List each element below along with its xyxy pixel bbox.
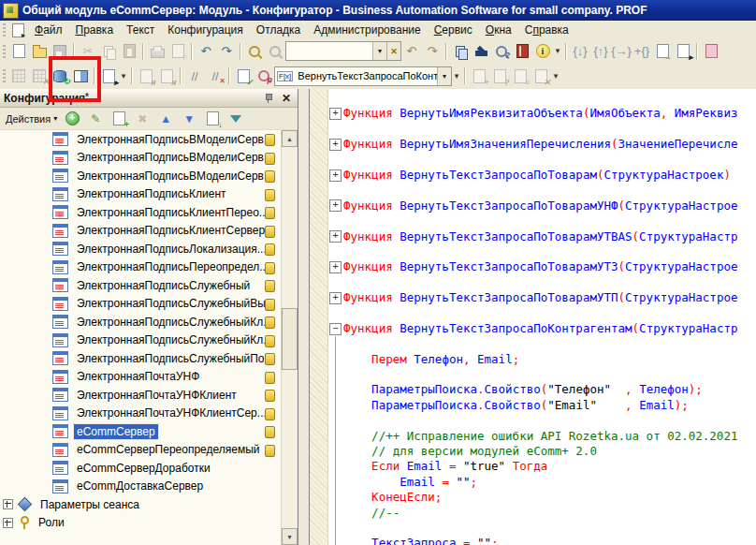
mdi-child-icon[interactable] bbox=[12, 23, 24, 37]
menu-item[interactable]: Файл bbox=[28, 22, 69, 38]
fold-collapse-icon[interactable]: − bbox=[329, 323, 342, 335]
fold-expand-icon[interactable]: + bbox=[329, 292, 342, 304]
find-icon[interactable] bbox=[265, 41, 285, 61]
tree-item[interactable]: eCommСерверДоработки bbox=[0, 459, 298, 478]
form-grid-icon[interactable] bbox=[8, 66, 29, 86]
new-document-icon[interactable] bbox=[8, 41, 29, 61]
text-template-icon[interactable] bbox=[136, 66, 156, 86]
move-down-icon[interactable]: ▼ bbox=[181, 109, 197, 128]
tree-item[interactable]: eCommСерверПереопределяемый bbox=[0, 441, 298, 460]
next-procedure-icon[interactable]: {↓} bbox=[570, 41, 590, 61]
fold-expand-icon[interactable]: + bbox=[329, 230, 342, 243]
close-table-icon[interactable] bbox=[29, 66, 50, 86]
tree-item[interactable]: ЭлектроннаяПодписьСлужебныйКл... bbox=[0, 313, 298, 331]
syntax-check-icon[interactable] bbox=[491, 41, 512, 61]
info-icon[interactable]: i bbox=[532, 41, 553, 61]
menu-item[interactable]: Окна bbox=[479, 22, 518, 38]
actions-menu-button[interactable]: Действия▾ bbox=[6, 113, 57, 125]
delete-icon[interactable]: ✖ bbox=[134, 109, 151, 128]
fold-expand-icon[interactable]: + bbox=[329, 108, 342, 120]
find-text-combo[interactable]: ▾✕ bbox=[285, 41, 401, 61]
global-search-icon[interactable] bbox=[244, 41, 265, 61]
pin-icon[interactable] bbox=[264, 94, 272, 103]
code-editor[interactable]: +Функция ВернутьИмяРеквизитаОбъекта(ИмяО… bbox=[309, 89, 756, 545]
delete-element-icon[interactable] bbox=[531, 66, 551, 86]
new-procedure-icon[interactable]: +{} bbox=[632, 41, 652, 61]
move-up-icon[interactable]: ▲ bbox=[157, 109, 174, 128]
tree-item[interactable]: ЭлектроннаяПодписьСлужебныйВы... bbox=[0, 295, 298, 314]
sort-icon[interactable] bbox=[204, 109, 221, 128]
tree-item[interactable]: ЭлектроннаяПодписьКлиентПерео... bbox=[0, 203, 298, 222]
prev-procedure-icon[interactable]: {↑} bbox=[590, 41, 611, 61]
menu-item[interactable]: Отладка bbox=[250, 22, 307, 38]
edit-icon[interactable]: ✎ bbox=[87, 109, 104, 128]
open-icon[interactable] bbox=[29, 41, 50, 61]
tree-item[interactable]: ЭлектроннаяПодписьКлиентСервер bbox=[0, 222, 298, 241]
goto-procedure-icon[interactable]: {→} bbox=[611, 41, 632, 61]
wizard-icon[interactable] bbox=[471, 41, 491, 61]
tree-item[interactable]: ЭлектроннаяПодписьКлиент bbox=[0, 185, 298, 204]
menu-item[interactable]: Конфигурация bbox=[161, 22, 250, 38]
add-copy-icon[interactable] bbox=[110, 109, 127, 128]
fold-expand-icon[interactable]: + bbox=[329, 199, 342, 212]
menu-item[interactable]: Администрирование bbox=[307, 22, 427, 38]
undo-icon[interactable]: ↶ bbox=[196, 41, 216, 61]
procedure-combo[interactable]: F[x]ВернутьТекстЗапросаПоКонтр▾ bbox=[274, 66, 452, 86]
paste-icon[interactable] bbox=[119, 41, 139, 61]
clear-icon[interactable]: ✕ bbox=[386, 42, 400, 60]
tree-item[interactable]: ЭлектроннаяПодписьПереопредел... bbox=[0, 258, 298, 277]
toolbar1-grip[interactable] bbox=[3, 45, 6, 58]
menu-item[interactable]: Справка bbox=[518, 22, 575, 38]
module-text-icon[interactable] bbox=[98, 66, 119, 86]
fold-expand-icon[interactable]: + bbox=[329, 169, 342, 182]
tree-item[interactable]: ЭлектроннаяПодписьСлужебный bbox=[0, 276, 298, 295]
tree-item[interactable]: ЭлектроннаяПодписьВМоделиСерв... bbox=[0, 167, 298, 185]
tree-item[interactable]: eCommСервер bbox=[0, 422, 298, 441]
module-dropdown-icon[interactable]: ▾ bbox=[119, 66, 128, 86]
combo-overflow-icon[interactable]: ▾ bbox=[452, 66, 461, 86]
menu-item[interactable]: Сервис bbox=[428, 22, 479, 38]
scrollbar-thumb[interactable] bbox=[282, 308, 298, 370]
uncomment-icon[interactable]: //✕ bbox=[205, 66, 225, 86]
tree-scrollbar[interactable]: ▲ ▼ bbox=[281, 130, 298, 545]
forward-icon[interactable]: ↷ bbox=[422, 41, 443, 61]
fold-expand-icon[interactable]: + bbox=[329, 261, 342, 273]
tree-item[interactable]: ЭлектроннаяПодписьСлужебныйПо... bbox=[0, 349, 298, 368]
toolbar2-grip[interactable] bbox=[3, 69, 6, 82]
fold-expand-icon[interactable]: + bbox=[329, 139, 342, 151]
metadata-tree[interactable]: ЭлектроннаяПодписьВМоделиСерв...Электрон… bbox=[0, 130, 298, 545]
print-icon[interactable] bbox=[147, 41, 167, 61]
tree-item[interactable]: ЭлектроннаяПодписьВМоделиСерв... bbox=[0, 130, 298, 149]
scroll-up-icon[interactable]: ▲ bbox=[282, 130, 298, 147]
copy-icon[interactable] bbox=[98, 41, 119, 61]
add-dropdown-icon[interactable]: ▾ bbox=[551, 66, 560, 86]
goto-definition-icon[interactable] bbox=[652, 41, 673, 61]
tree-item[interactable]: eCommДоставкаСервер bbox=[0, 478, 298, 496]
menu-item[interactable]: Текст bbox=[120, 22, 161, 38]
windows-icon[interactable] bbox=[450, 41, 471, 61]
tree-item[interactable]: ЭлектроннаяПодписьВМоделиСерв... bbox=[0, 149, 298, 168]
menu-item[interactable]: Правка bbox=[69, 22, 121, 38]
print-preview-icon[interactable] bbox=[167, 41, 188, 61]
tree-item[interactable]: ЭлектроннаяПочтаУНФ bbox=[0, 368, 298, 387]
tree-item[interactable]: ЭлектроннаяПодписьЛокализация... bbox=[0, 240, 298, 258]
expand-plus-icon[interactable] bbox=[3, 518, 13, 528]
tree-item[interactable]: ЭлектроннаяПодписьСлужебныйКл... bbox=[0, 331, 298, 350]
panel-splitter[interactable] bbox=[298, 89, 309, 545]
comment-icon[interactable]: // bbox=[184, 66, 205, 86]
scroll-down-icon[interactable]: ▼ bbox=[282, 528, 298, 545]
tree-item[interactable]: Параметры сеанса bbox=[0, 495, 298, 514]
tree-item[interactable]: ЭлектроннаяПочтаУНФКлиент bbox=[0, 386, 298, 405]
chevron-down-icon[interactable]: ▾ bbox=[437, 67, 451, 85]
tree-item[interactable]: ЭлектроннаяПочтаУНФКлиентСер... bbox=[0, 405, 298, 423]
panel-close-button[interactable]: ✕ bbox=[279, 92, 294, 105]
chevron-down-icon[interactable]: ▾ bbox=[372, 42, 386, 60]
add-help-icon[interactable] bbox=[489, 66, 510, 86]
text-template-2-icon[interactable] bbox=[156, 66, 177, 86]
tree-item[interactable]: Роли bbox=[0, 514, 298, 533]
open-module-icon[interactable] bbox=[673, 41, 693, 61]
add-icon[interactable]: + bbox=[64, 109, 80, 128]
bookmark-icon[interactable] bbox=[701, 41, 721, 61]
add-description-icon[interactable] bbox=[469, 66, 489, 86]
expand-plus-icon[interactable] bbox=[3, 499, 13, 509]
